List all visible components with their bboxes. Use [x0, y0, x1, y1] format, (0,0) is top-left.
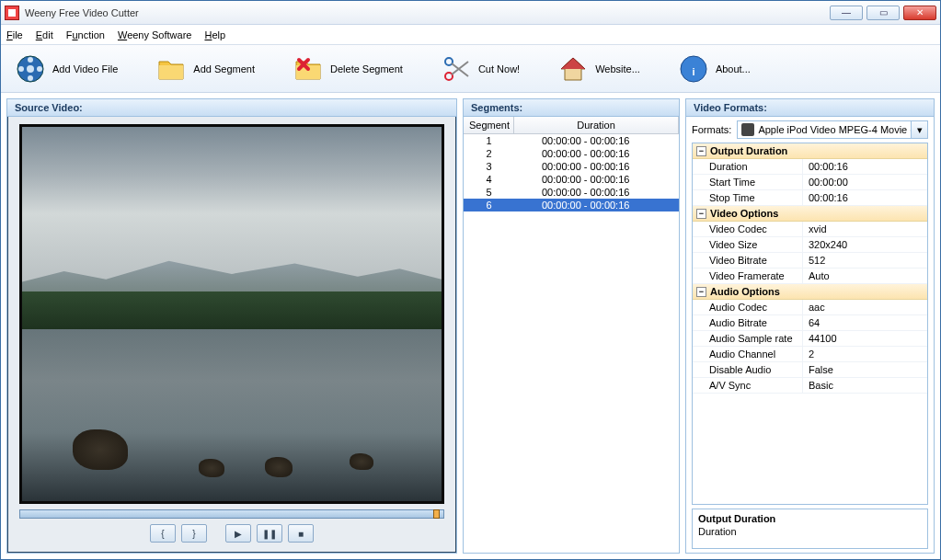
play-button[interactable]: ▶ — [225, 524, 251, 543]
menubar: File Edit Function Weeny Software Help — [1, 25, 940, 45]
app-window: Weeny Free Video Cutter — ▭ ✕ File Edit … — [0, 0, 941, 560]
svg-text:i: i — [692, 66, 694, 77]
playback-controls: { } ▶ ❚❚ ■ — [150, 522, 314, 546]
segment-row[interactable]: 600:00:00 - 00:00:16 — [464, 199, 679, 211]
svg-point-3 — [28, 75, 33, 81]
segments-panel: Segments: Segment Duration 100:00:00 - 0… — [463, 98, 680, 554]
folder-delete-icon — [293, 54, 323, 84]
toolbar: Add Video File Add Segment Delete Segmen… — [1, 45, 940, 93]
segment-number: 2 — [464, 148, 514, 159]
folder-plus-icon — [156, 54, 186, 84]
segments-col-segment[interactable]: Segment — [464, 117, 514, 133]
svg-point-1 — [27, 65, 34, 73]
segment-duration: 00:00:00 - 00:00:16 — [514, 200, 679, 211]
home-icon — [558, 54, 588, 84]
segment-duration: 00:00:00 - 00:00:16 — [514, 187, 679, 198]
prop-video-codec[interactable]: Video Codecxvid — [693, 222, 927, 237]
source-video-panel: Source Video: { } — [6, 98, 457, 554]
description-title: Output Duration — [698, 513, 922, 524]
delete-segment-button[interactable]: Delete Segment — [288, 51, 408, 87]
segment-duration: 00:00:00 - 00:00:16 — [514, 148, 679, 159]
prop-start-time[interactable]: Start Time00:00:00 — [693, 175, 927, 190]
segment-number: 3 — [464, 161, 514, 172]
prop-audio-bitrate[interactable]: Audio Bitrate64 — [693, 315, 927, 331]
playback-slider[interactable] — [19, 509, 444, 519]
scissors-icon — [442, 54, 471, 84]
slider-knob[interactable] — [433, 509, 440, 519]
segment-row[interactable]: 300:00:00 - 00:00:16 — [464, 160, 679, 173]
delete-segment-label: Delete Segment — [330, 63, 403, 74]
mark-out-button[interactable]: } — [181, 524, 207, 543]
menu-function[interactable]: Function — [66, 29, 105, 40]
category-output-duration[interactable]: −Output Duration — [693, 143, 927, 159]
category-audio-options[interactable]: −Audio Options — [693, 284, 927, 300]
category-video-options[interactable]: −Video Options — [693, 206, 927, 222]
window-title: Weeny Free Video Cutter — [25, 7, 139, 18]
segment-row[interactable]: 400:00:00 - 00:00:16 — [464, 173, 679, 186]
main-area: Source Video: { } — [1, 93, 940, 559]
segment-row[interactable]: 100:00:00 - 00:00:16 — [464, 134, 679, 147]
segments-list: 100:00:00 - 00:00:16200:00:00 - 00:00:16… — [464, 134, 679, 211]
prop-duration[interactable]: Duration00:00:16 — [693, 159, 927, 175]
prop-video-framerate[interactable]: Video FramerateAuto — [693, 269, 927, 284]
segment-duration: 00:00:00 - 00:00:16 — [514, 161, 679, 172]
info-icon: i — [679, 54, 708, 84]
collapse-icon[interactable]: − — [696, 209, 706, 219]
svg-point-2 — [28, 57, 33, 63]
video-formats-header: Video Formats: — [686, 99, 934, 117]
segment-duration: 00:00:00 - 00:00:16 — [514, 174, 679, 185]
formats-selector-row: Formats: Apple iPod Video MPEG-4 Movie (… — [692, 120, 928, 139]
cut-now-button[interactable]: Cut Now! — [436, 51, 525, 87]
menu-help[interactable]: Help — [204, 29, 225, 40]
add-video-file-button[interactable]: Add Video File — [10, 51, 123, 87]
description-body: Duration — [698, 526, 922, 537]
video-preview[interactable] — [19, 124, 444, 504]
titlebar: Weeny Free Video Cutter — ▭ ✕ — [1, 1, 940, 25]
prop-av-sync[interactable]: A/V SyncBasic — [693, 378, 927, 394]
close-button[interactable]: ✕ — [903, 6, 936, 20]
menu-edit[interactable]: Edit — [36, 29, 53, 40]
segment-number: 4 — [464, 174, 514, 185]
add-segment-button[interactable]: Add Segment — [151, 51, 260, 87]
add-segment-label: Add Segment — [193, 63, 255, 74]
about-button[interactable]: i About... — [673, 51, 756, 87]
prop-audio-channel[interactable]: Audio Channel2 — [693, 347, 927, 362]
segment-number: 1 — [464, 135, 514, 146]
segment-row[interactable]: 500:00:00 - 00:00:16 — [464, 186, 679, 199]
formats-dropdown[interactable]: Apple iPod Video MPEG-4 Movie ( ▾ — [737, 120, 928, 139]
collapse-icon[interactable]: − — [696, 146, 706, 156]
prop-disable-audio[interactable]: Disable AudioFalse — [693, 362, 927, 378]
add-video-file-label: Add Video File — [52, 63, 118, 74]
segment-number: 5 — [464, 187, 514, 198]
segments-col-duration[interactable]: Duration — [514, 117, 679, 133]
property-grid: −Output Duration Duration00:00:16 Start … — [692, 143, 928, 505]
prop-video-size[interactable]: Video Size320x240 — [693, 237, 927, 253]
segments-header: Segments: — [464, 99, 679, 117]
collapse-icon[interactable]: − — [696, 287, 706, 297]
maximize-button[interactable]: ▭ — [866, 6, 900, 20]
prop-stop-time[interactable]: Stop Time00:00:16 — [693, 190, 927, 206]
stop-button[interactable]: ■ — [288, 524, 314, 543]
chevron-down-icon: ▾ — [911, 121, 927, 138]
mark-in-button[interactable]: { — [150, 524, 176, 543]
minimize-button[interactable]: — — [830, 6, 863, 20]
pause-button[interactable]: ❚❚ — [257, 524, 282, 543]
property-description: Output Duration Duration — [692, 509, 928, 549]
segment-row[interactable]: 200:00:00 - 00:00:16 — [464, 147, 679, 160]
prop-audio-sample-rate[interactable]: Audio Sample rate44100 — [693, 331, 927, 347]
about-label: About... — [716, 63, 751, 74]
segment-number: 6 — [464, 200, 514, 211]
video-formats-panel: Video Formats: Formats: Apple iPod Video… — [685, 98, 935, 554]
segments-column-headers: Segment Duration — [464, 117, 679, 134]
formats-selected-value: Apple iPod Video MPEG-4 Movie ( — [758, 124, 913, 135]
website-button[interactable]: Website... — [553, 51, 646, 87]
film-reel-icon — [16, 54, 45, 84]
prop-video-bitrate[interactable]: Video Bitrate512 — [693, 253, 927, 269]
svg-point-4 — [18, 66, 24, 72]
prop-audio-codec[interactable]: Audio Codecaac — [693, 300, 927, 315]
website-label: Website... — [595, 63, 640, 74]
app-icon — [5, 6, 19, 20]
menu-file[interactable]: File — [6, 29, 23, 40]
source-video-body: { } ▶ ❚❚ ■ — [7, 117, 456, 553]
menu-weeny-software[interactable]: Weeny Software — [118, 29, 192, 40]
